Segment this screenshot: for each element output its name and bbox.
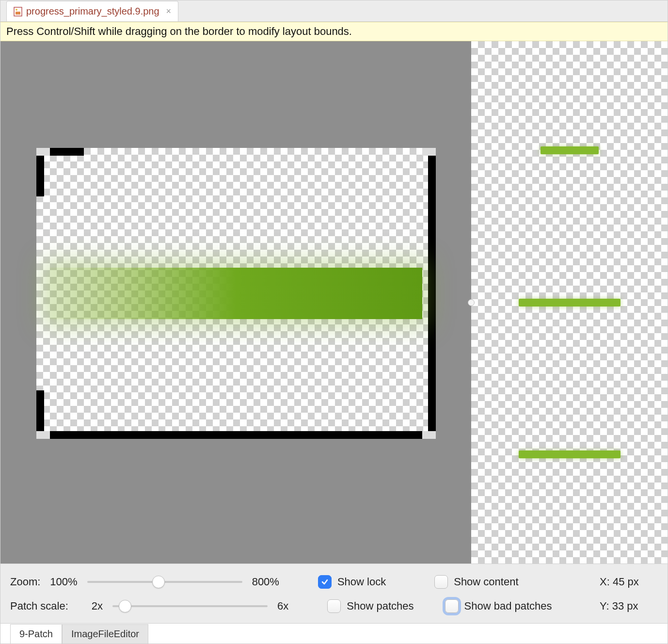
close-icon[interactable]: × [166, 6, 172, 16]
progress-bar-image-content [50, 268, 422, 319]
bottom-view-tabs: 9-Patch ImageFileEditor [0, 623, 668, 644]
checkbox-icon [327, 599, 341, 613]
left-stretch-marker[interactable] [36, 390, 44, 431]
tab-image-file-editor[interactable]: ImageFileEditor [62, 624, 148, 644]
corner-marker [36, 148, 50, 156]
preview-sample [519, 451, 620, 458]
coord-y-readout: Y: 33 px [600, 600, 658, 612]
show-content-checkbox[interactable]: Show content [434, 575, 518, 589]
checkbox-icon [434, 575, 448, 589]
editor-area [0, 41, 668, 564]
nine-patch-image[interactable] [36, 148, 436, 439]
left-stretch-marker[interactable] [36, 156, 44, 196]
checkbox-label: Show patches [347, 600, 414, 612]
patch-scale-min-value: 2x [92, 600, 103, 612]
checkbox-label: Show bad patches [464, 600, 552, 612]
checkbox-label: Show lock [337, 576, 386, 588]
patch-scale-slider-thumb[interactable] [119, 600, 131, 612]
zoom-min-value: 100% [50, 576, 77, 588]
image-file-icon [14, 7, 22, 16]
file-tab[interactable]: progress_primary_styled.9.png × [6, 1, 178, 21]
show-lock-checkbox[interactable]: Show lock [318, 575, 386, 589]
file-tab-strip: progress_primary_styled.9.png × [0, 0, 668, 22]
zoom-max-value: 800% [252, 576, 279, 588]
patch-scale-slider[interactable] [112, 605, 268, 608]
checkbox-icon [318, 575, 332, 589]
nine-patch-editor-window: progress_primary_styled.9.png × Press Co… [0, 0, 668, 644]
preview-sample [519, 299, 620, 306]
svg-point-2 [16, 9, 17, 11]
svg-rect-1 [16, 12, 20, 15]
preview-sample [541, 146, 599, 154]
zoom-slider-thumb[interactable] [152, 576, 165, 588]
zoom-slider[interactable] [87, 580, 242, 583]
show-bad-patches-checkbox[interactable]: Show bad patches [445, 599, 552, 613]
controls-bar: Zoom: 100% 800% Show lock Show content X… [0, 564, 668, 623]
coord-x-readout: X: 45 px [600, 576, 658, 588]
right-content-marker[interactable] [428, 156, 436, 431]
main-canvas-pane[interactable] [0, 41, 471, 564]
hint-bar: Press Control/Shift while dragging on th… [0, 22, 668, 41]
zoom-label: Zoom: [10, 576, 40, 588]
corner-marker [422, 431, 436, 439]
corner-marker [36, 431, 50, 439]
tab-9-patch[interactable]: 9-Patch [10, 624, 62, 644]
patch-scale-max-value: 6x [277, 600, 288, 612]
top-stretch-marker[interactable] [50, 148, 84, 156]
preview-list [471, 41, 668, 564]
patch-scale-label: Patch scale: [10, 600, 68, 612]
corner-marker [422, 148, 436, 156]
checkbox-label: Show content [454, 576, 518, 588]
file-tab-label: progress_primary_styled.9.png [26, 6, 159, 17]
preview-pane[interactable] [471, 41, 668, 564]
show-patches-checkbox[interactable]: Show patches [327, 599, 414, 613]
checkbox-icon [445, 599, 459, 613]
bottom-content-marker[interactable] [50, 431, 422, 439]
